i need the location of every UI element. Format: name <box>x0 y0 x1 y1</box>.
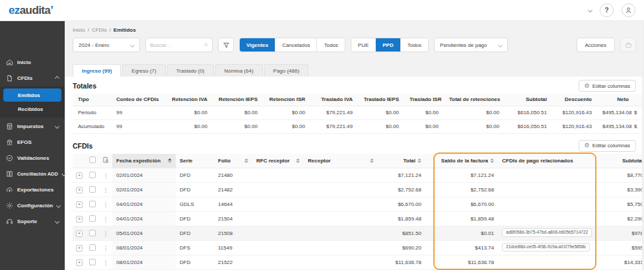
cell-serie: DFD <box>176 226 214 241</box>
expand-row-button[interactable]: + <box>76 172 83 179</box>
row-checkbox[interactable] <box>89 230 96 236</box>
sidebar-item-inicio[interactable]: Inicio <box>0 54 65 70</box>
actions-button[interactable]: Acciones <box>577 38 615 52</box>
sidebar-item-soporte[interactable]: Soporte <box>0 213 65 229</box>
cell-rfc <box>252 212 304 226</box>
user-profile-button[interactable] <box>622 3 635 17</box>
kebab-menu-icon[interactable]: ⋮ <box>103 172 109 179</box>
expand-row-button[interactable]: + <box>76 216 83 222</box>
sidebar-item-configuracion[interactable]: Configuración <box>0 197 65 213</box>
cell-receptor <box>304 197 378 212</box>
cell: $0.00 <box>263 106 310 119</box>
sidebar: Inicio CFDIs Emitidos Recibidos Impuesto… <box>0 21 65 270</box>
col-total-retenciones: Total de retenciones <box>444 94 505 106</box>
cell: $0.00 <box>404 119 444 133</box>
filter-cancelados-button[interactable]: Cancelados <box>275 38 316 51</box>
kebab-menu-icon[interactable]: ⋮ <box>103 245 109 252</box>
status-segment-group: Vigentes Cancelados Todos <box>239 38 345 52</box>
document-search-icon[interactable] <box>102 156 110 164</box>
sidebar-item-validaciones[interactable]: Validaciones <box>0 150 65 166</box>
expand-row-button[interactable]: + <box>76 245 83 252</box>
col-saldo-factura[interactable]: Saldo de la factura <box>425 154 498 168</box>
col-subtotal[interactable]: Subtotal <box>597 154 644 168</box>
sidebar-item-cfdis[interactable]: CFDIs <box>0 70 65 86</box>
tab-traslado[interactable]: Traslado (0) <box>167 64 214 77</box>
tab-egreso[interactable]: Egreso (7) <box>122 64 165 77</box>
cell-fecha: 02/01/2024 <box>112 168 176 183</box>
kebab-menu-icon[interactable]: ⋮ <box>103 201 109 208</box>
sidebar-item-efos[interactable]: EFOS <box>0 134 65 150</box>
logo-part-dark: audita <box>20 4 50 17</box>
period-select[interactable]: 2024 - Enero <box>73 38 140 52</box>
search-input[interactable] <box>150 42 201 48</box>
row-checkbox[interactable] <box>89 172 96 178</box>
row-checkbox[interactable] <box>89 215 96 222</box>
tab-nomina[interactable]: Nómina (64) <box>215 64 263 77</box>
related-cfdi-chip[interactable]: ad8f058d-3b75-47bd-a806-b605b5714722 <box>502 228 592 237</box>
col-neto: Neto <box>597 94 634 106</box>
help-icon: ? <box>604 7 608 14</box>
row-checkbox[interactable] <box>89 186 96 193</box>
gear-icon: ⚙ <box>585 83 590 89</box>
filter-pue-button[interactable]: PUE <box>351 38 375 51</box>
briefcase-icon <box>625 42 632 49</box>
account-chevron-down-icon[interactable] <box>588 8 592 13</box>
expand-row-button[interactable]: + <box>76 230 83 237</box>
expand-row-button[interactable]: + <box>76 187 83 193</box>
filter-funnel-button[interactable] <box>218 38 234 52</box>
tab-pago[interactable]: Pago (486) <box>264 64 309 77</box>
sidebar-item-conciliacion-add[interactable]: Conciliación ADD <box>0 166 65 182</box>
filter-ppd-button[interactable]: PPD <box>375 38 400 51</box>
col-total[interactable]: Total <box>378 154 425 168</box>
col-serie[interactable]: Serie <box>176 154 214 168</box>
kebab-menu-icon[interactable]: ⋮ <box>103 216 109 222</box>
chevron-down-icon <box>57 203 60 209</box>
expand-row-button[interactable]: + <box>76 259 83 266</box>
sidebar-item-impuestos[interactable]: Impuestos <box>0 118 65 134</box>
document-icon <box>6 75 13 82</box>
cell-receptor <box>304 183 378 197</box>
col-rfc-receptor[interactable]: RFC receptor <box>252 154 304 168</box>
row-checkbox[interactable] <box>89 244 96 251</box>
sort-icon <box>370 158 374 163</box>
col-label: Serie <box>180 158 193 164</box>
edit-columns-button-totales[interactable]: ⚙ Editar columnas <box>579 80 636 92</box>
sidebar-item-exportaciones[interactable]: Exportaciones <box>0 182 65 197</box>
breadcrumb-cfdis[interactable]: CFDIs <box>92 27 107 33</box>
expand-row-button[interactable]: + <box>76 201 83 208</box>
select-all-checkbox[interactable] <box>89 156 96 163</box>
tab-ingreso[interactable]: Ingreso (99) <box>73 64 121 77</box>
cell: 99 <box>111 106 165 119</box>
archive-button-disabled[interactable] <box>620 38 636 52</box>
cell-total: $1,859.48 <box>378 212 425 226</box>
cell-relacionados <box>498 212 597 226</box>
col-fecha-expedicion[interactable]: Fecha expedición <box>112 154 176 168</box>
cell: $0.00 <box>165 119 213 133</box>
sidebar-item-label: Exportaciones <box>17 187 54 193</box>
related-cfdi-chip[interactable]: 21dce88d-ce05-4f36-919a-a01f79e5858c <box>502 243 590 252</box>
col-receptor[interactable]: Receptor <box>304 154 378 168</box>
filter-todos-button[interactable]: Todos <box>316 38 344 51</box>
kebab-menu-icon[interactable]: ⋮ <box>103 230 109 237</box>
payment-status-select[interactable]: Pendientes de pago <box>434 38 508 52</box>
col-traslado-isr: Traslado ISR <box>404 94 444 106</box>
cell: $0.00 <box>404 106 444 119</box>
help-button[interactable]: ? <box>600 3 614 17</box>
col-cfdis-pago-relacionados[interactable]: CFDIs de pago relacionados <box>498 154 597 168</box>
edit-columns-button-cfdis[interactable]: ⚙ Editar columnas <box>579 140 636 152</box>
cell-fecha: 08/01/2024 <box>112 241 176 255</box>
col-folio[interactable]: Folio <box>214 154 252 168</box>
kebab-menu-icon[interactable]: ⋮ <box>103 187 109 193</box>
sidebar-item-recibidos[interactable]: Recibidos <box>0 102 65 116</box>
cell-subtotal: $5,750 <box>597 197 644 212</box>
row-checkbox[interactable] <box>89 259 96 265</box>
filter-vigentes-button[interactable]: Vigentes <box>240 38 275 51</box>
row-checkbox[interactable] <box>89 201 96 207</box>
sidebar-item-emitidos[interactable]: Emitidos <box>3 88 61 102</box>
cfdis-submenu: Emitidos Recibidos <box>0 86 65 118</box>
breadcrumb-inicio[interactable]: Inicio <box>73 27 85 33</box>
filter-todos-2-button[interactable]: Todos <box>400 38 428 51</box>
kebab-menu-icon[interactable]: ⋮ <box>103 259 109 266</box>
calculator-icon <box>6 123 13 130</box>
sort-icon <box>244 158 248 163</box>
